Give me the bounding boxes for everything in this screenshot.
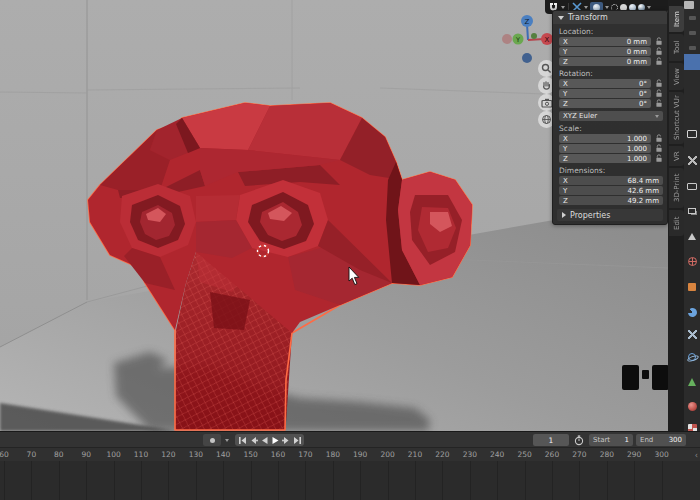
scale-z-lock-icon[interactable] (654, 154, 663, 163)
ruler-collapse-arrow[interactable]: ‹ (695, 451, 698, 460)
scale-x-lock-icon[interactable] (654, 134, 663, 143)
stopwatch-icon[interactable] (572, 434, 585, 446)
svg-text:Y: Y (515, 36, 520, 44)
rotation-z-lock-icon[interactable] (654, 99, 663, 108)
scale-y-row: Y 1.000 (559, 144, 663, 153)
properties-tab-view-layer[interactable] (687, 206, 697, 216)
ruler-frame-label: 150 (243, 450, 257, 459)
record-dot-icon (210, 438, 215, 443)
properties-tab-world[interactable] (687, 256, 697, 266)
properties-tab-material[interactable] (687, 401, 697, 411)
rotation-y-lock-icon[interactable] (654, 89, 663, 98)
properties-tab-scene[interactable] (687, 231, 697, 241)
physics-orbit-icon (688, 353, 696, 361)
timeline-gridline (31, 461, 32, 500)
properties-tab-constraints[interactable] (687, 329, 697, 339)
play-button[interactable] (270, 434, 280, 446)
timeline-gridline (607, 461, 608, 500)
timeline-gridline (196, 461, 197, 500)
location-y-lock-icon[interactable] (654, 47, 663, 56)
timeline-gridline (333, 461, 334, 500)
next-keyframe-button[interactable] (281, 434, 291, 446)
properties-tab-tool[interactable] (687, 155, 697, 165)
location-x-row: X 0 mm (559, 37, 663, 46)
location-y-field[interactable]: Y 0 mm (559, 47, 651, 56)
timeline-track-area[interactable] (0, 461, 700, 500)
transform-panel-header[interactable]: Transform (553, 11, 667, 24)
scale-z-field[interactable]: Z 1.000 (559, 154, 651, 163)
frame-start-field[interactable]: Start 1 (589, 434, 633, 446)
timeline-gridline (59, 461, 60, 500)
timeline-gridline (278, 461, 279, 500)
tool-icon (688, 156, 697, 165)
editor-mini-control[interactable] (689, 16, 696, 20)
printer-icon (687, 183, 697, 190)
tab-edit[interactable]: Edit (669, 210, 684, 236)
scene-icon (688, 233, 696, 240)
properties-tab-render[interactable] (687, 129, 697, 139)
tab-shortcut-vur[interactable]: Shortcut VUr (669, 92, 684, 144)
auto-keying-dropdown-chevron[interactable] (225, 439, 229, 442)
rotation-x-field[interactable]: X 0° (559, 79, 651, 88)
shading-dropdown-chevron[interactable] (647, 6, 651, 9)
ruler-frame-label: 280 (600, 450, 614, 459)
rotation-y-field[interactable]: Y 0° (559, 89, 651, 98)
timeline-gridline (4, 461, 5, 500)
location-x-lock-icon[interactable] (654, 37, 663, 46)
tab-3d-print[interactable]: 3D-Print (669, 168, 684, 208)
properties-tab-output[interactable] (687, 181, 697, 191)
rotation-mode-dropdown[interactable]: XYZ Euler (559, 111, 663, 121)
overlay-middle-mouse-button (642, 370, 649, 379)
frame-end-field[interactable]: End 300 (636, 434, 686, 446)
properties-subpanel-header[interactable]: Properties (557, 209, 663, 221)
playback-controls (235, 434, 304, 446)
ruler-frame-label: 230 (463, 450, 477, 459)
scale-y-lock-icon[interactable] (654, 144, 663, 153)
auto-keying-button[interactable] (203, 434, 221, 446)
gizmo-negative-y-axis (531, 33, 537, 39)
jump-to-end-button[interactable] (292, 434, 302, 446)
timeline-gridline (662, 461, 663, 500)
tab-view[interactable]: View (669, 63, 684, 90)
material-sphere-icon (688, 402, 697, 411)
location-label: Location: (559, 27, 661, 36)
properties-tab-object-data[interactable] (687, 377, 697, 387)
rotation-z-field[interactable]: Z 0° (559, 99, 651, 108)
editor-mini-control[interactable] (689, 46, 696, 50)
proportional-dropdown-chevron[interactable] (584, 6, 588, 9)
falloff-dropdown-chevron[interactable] (605, 6, 609, 9)
editor-mini-control[interactable] (689, 31, 696, 35)
scale-x-field[interactable]: X 1.000 (559, 134, 651, 143)
timeline-gridline (388, 461, 389, 500)
dimensions-y-field[interactable]: Y 42.6 mm (559, 186, 663, 195)
properties-tab-modifiers[interactable] (687, 307, 697, 317)
tab-item[interactable]: Item (669, 6, 684, 32)
tab-vr[interactable]: VR (669, 146, 684, 166)
location-z-lock-icon[interactable] (654, 57, 663, 66)
dimensions-x-field[interactable]: X 68.4 mm (559, 176, 663, 185)
dimensions-z-field[interactable]: Z 49.2 mm (559, 196, 663, 205)
jump-to-start-button[interactable] (237, 434, 247, 446)
ruler-frame-label: 60 (0, 450, 9, 459)
tab-tool[interactable]: Tool (669, 34, 684, 61)
properties-tab-physics[interactable] (687, 352, 697, 362)
location-x-field[interactable]: X 0 mm (559, 37, 651, 46)
svg-text:X: X (545, 36, 550, 44)
snap-dropdown-chevron[interactable] (561, 6, 565, 9)
play-reverse-button[interactable] (259, 434, 269, 446)
previous-keyframe-button[interactable] (248, 434, 258, 446)
rotation-label: Rotation: (559, 69, 661, 78)
timeline-gridline (86, 461, 87, 500)
timeline-ruler[interactable]: ‹ 60708090100110120130140150160170180190… (0, 448, 700, 461)
timeline-gridline (141, 461, 142, 500)
properties-tab-column (684, 0, 700, 431)
ruler-frame-label: 290 (627, 450, 641, 459)
location-z-field[interactable]: Z 0 mm (559, 57, 651, 66)
svg-text:Z: Z (525, 18, 530, 26)
ruler-frame-label: 220 (435, 450, 449, 459)
properties-tab-object[interactable] (687, 282, 697, 292)
current-frame-field[interactable]: 1 (533, 434, 569, 446)
timeline-gridline (634, 461, 635, 500)
scale-y-field[interactable]: Y 1.000 (559, 144, 651, 153)
rotation-x-lock-icon[interactable] (654, 79, 663, 88)
